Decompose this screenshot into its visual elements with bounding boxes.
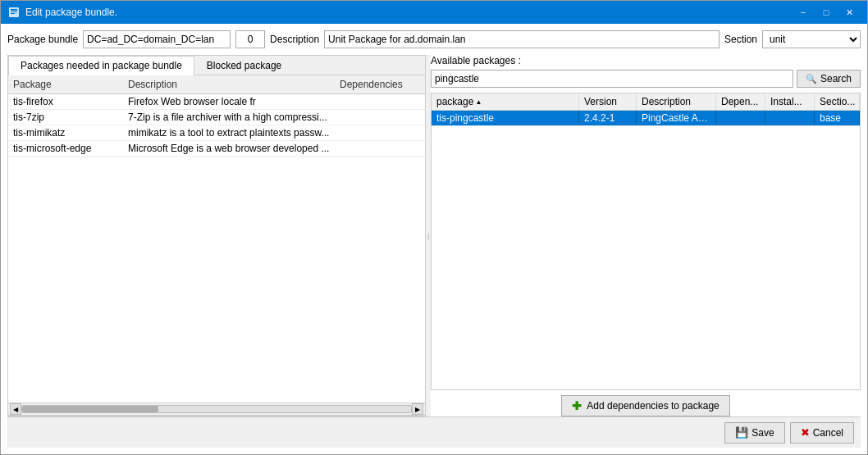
search-button-label: Search — [820, 73, 852, 84]
cell-package: tis-mimikatz — [8, 125, 123, 140]
cell-description: PingCastle AD Audi... — [637, 111, 716, 125]
cell-description: mimikatz is a tool to extract plaintexts… — [123, 125, 335, 140]
right-col-version-header: Version — [579, 93, 637, 110]
right-table: package ▲ Version Description Depen... I… — [431, 93, 861, 390]
cell-install — [765, 111, 815, 125]
search-icon: 🔍 — [806, 74, 817, 84]
cell-version: 2.4.2-1 — [579, 111, 637, 125]
col-description-header: Description — [123, 77, 335, 92]
description-label: Description — [270, 34, 319, 45]
right-col-section-header: Sectio... — [815, 93, 860, 110]
cancel-button[interactable]: ✖ Cancel — [790, 422, 854, 444]
save-label: Save — [752, 427, 774, 439]
right-table-header: package ▲ Version Description Depen... I… — [432, 93, 860, 111]
section-label: Section — [724, 34, 757, 45]
scroll-right-arrow[interactable]: ▶ — [412, 403, 423, 415]
sort-asc-icon: ▲ — [475, 98, 482, 106]
main-area: Packages needed in package bundle Blocke… — [7, 55, 861, 416]
table-row[interactable]: tis-mimikatz mimikatz is a tool to extra… — [8, 125, 425, 141]
cell-description: Microsoft Edge is a web browser develope… — [123, 141, 335, 156]
minimize-button[interactable]: − — [792, 1, 815, 24]
scrollbar-thumb[interactable] — [22, 406, 158, 412]
left-scrollbar[interactable]: ◀ ▶ — [8, 403, 425, 416]
save-icon: 💾 — [735, 426, 748, 439]
cell-description: Firefox Web browser locale fr — [123, 94, 335, 109]
available-label: Available packages : — [431, 55, 861, 66]
left-table-body: tis-firefox Firefox Web browser locale f… — [8, 94, 425, 403]
cell-dependencies — [335, 110, 425, 125]
col-dependencies-header: Dependencies — [335, 77, 425, 92]
table-row[interactable]: tis-microsoft-edge Microsoft Edge is a w… — [8, 141, 425, 157]
window-icon — [7, 6, 21, 19]
scrollbar-track[interactable] — [21, 405, 412, 413]
scroll-left-arrow[interactable]: ◀ — [10, 403, 21, 415]
add-dependencies-button[interactable]: ✚ Add dependencies to package — [561, 395, 729, 416]
close-button[interactable]: ✕ — [838, 1, 861, 24]
cell-section: base — [815, 111, 860, 125]
cell-package: tis-pingcastle — [432, 111, 579, 125]
main-window: Edit package bundle. − □ ✕ Package bundl… — [0, 0, 868, 455]
left-panel: Packages needed in package bundle Blocke… — [7, 55, 426, 416]
cell-depen — [716, 111, 765, 125]
tab-bar: Packages needed in package bundle Blocke… — [8, 56, 425, 75]
right-col-package-header: package ▲ — [432, 93, 579, 110]
svg-rect-3 — [11, 13, 15, 14]
cell-dependencies — [335, 125, 425, 140]
svg-rect-1 — [11, 9, 17, 11]
maximize-button[interactable]: □ — [815, 1, 838, 24]
title-bar: Edit package bundle. − □ ✕ — [1, 1, 867, 24]
cell-package: tis-firefox — [8, 94, 123, 109]
window-controls: − □ ✕ — [792, 1, 861, 24]
add-deps-label: Add dependencies to package — [587, 400, 719, 412]
table-row[interactable]: tis-firefox Firefox Web browser locale f… — [8, 94, 425, 110]
cell-package: tis-7zip — [8, 110, 123, 125]
table-row[interactable]: tis-pingcastle 2.4.2-1 PingCastle AD Aud… — [432, 111, 860, 126]
bottom-bar: 💾 Save ✖ Cancel — [7, 416, 861, 448]
package-count-input[interactable] — [235, 30, 265, 48]
cancel-icon: ✖ — [801, 426, 810, 439]
action-buttons: 💾 Save ✖ Cancel — [724, 422, 854, 444]
cancel-label: Cancel — [813, 427, 843, 439]
search-button[interactable]: 🔍 Search — [797, 70, 861, 88]
window-title: Edit package bundle. — [25, 7, 792, 18]
svg-rect-2 — [11, 11, 17, 12]
add-deps-area: ✚ Add dependencies to package — [431, 395, 861, 416]
cell-description: 7-Zip is a file archiver with a high com… — [123, 110, 335, 125]
add-icon: ✚ — [572, 399, 582, 412]
left-table-header: Package Description Dependencies — [8, 75, 425, 94]
right-col-depen-header: Depen... — [716, 93, 765, 110]
right-col-install-header: Instal... — [765, 93, 815, 110]
package-bundle-input[interactable] — [83, 30, 231, 48]
col-package-header: Package — [8, 77, 123, 92]
tab-blocked[interactable]: Blocked package — [194, 56, 294, 75]
table-row[interactable]: tis-7zip 7-Zip is a file archiver with a… — [8, 110, 425, 125]
cell-package: tis-microsoft-edge — [8, 141, 123, 156]
section-select[interactable]: unit base optionnel — [762, 30, 861, 48]
search-input[interactable] — [431, 70, 793, 88]
right-col-description-header: Description — [637, 93, 716, 110]
top-row: Package bundle Description Section unit … — [7, 30, 861, 48]
description-input[interactable] — [324, 30, 720, 48]
tab-packages[interactable]: Packages needed in package bundle — [8, 56, 194, 75]
right-table-body: tis-pingcastle 2.4.2-1 PingCastle AD Aud… — [432, 111, 860, 389]
cell-dependencies — [335, 94, 425, 109]
package-bundle-label: Package bundle — [7, 34, 78, 45]
content-area: Package bundle Description Section unit … — [1, 24, 867, 454]
search-area: 🔍 Search — [431, 70, 861, 88]
right-panel: Available packages : 🔍 Search package ▲ — [431, 55, 861, 416]
cell-dependencies — [335, 141, 425, 156]
save-button[interactable]: 💾 Save — [724, 422, 784, 444]
